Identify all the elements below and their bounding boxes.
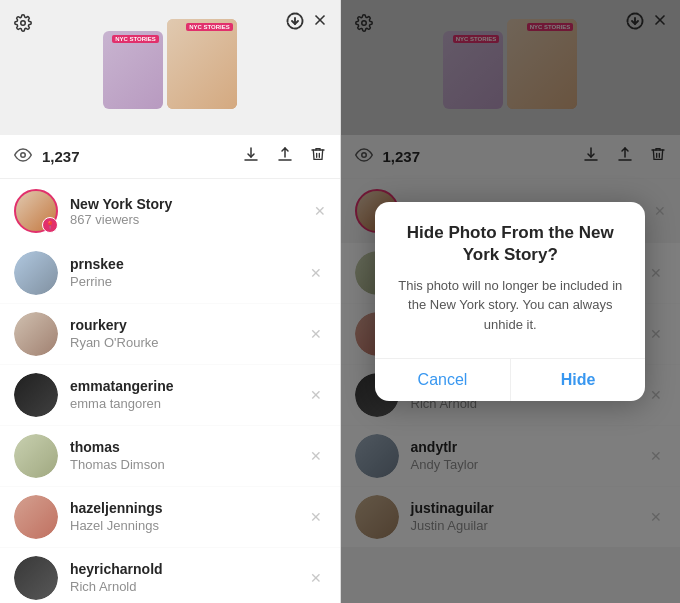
download-action-icon[interactable]: [242, 145, 260, 168]
stats-actions: [242, 145, 326, 168]
trash-action-icon[interactable]: [310, 145, 326, 168]
dialog-content: Hide Photo From the New York Story? This…: [375, 202, 645, 345]
viewer-info: rourkery Ryan O'Rourke: [70, 316, 306, 351]
list-item: prnskee Perrine ✕: [0, 243, 340, 304]
viewer-info: prnskee Perrine: [70, 255, 306, 290]
share-action-icon[interactable]: [276, 145, 294, 168]
viewer-username: heyricharnold: [70, 560, 306, 578]
location-pin-icon: 📍: [42, 217, 58, 233]
list-item: thomas Thomas Dimson ✕: [0, 426, 340, 487]
viewer-username: hazeljennings: [70, 499, 306, 517]
story-badge-main: NYC STORIES: [186, 23, 233, 31]
viewer-info: hazeljennings Hazel Jennings: [70, 499, 306, 534]
dialog-message: This photo will no longer be included in…: [395, 276, 625, 335]
avatar: [14, 312, 58, 356]
left-story-avatar: 📍: [14, 189, 58, 233]
list-item: hazeljennings Hazel Jennings ✕: [0, 487, 340, 548]
dialog-actions: Cancel Hide: [375, 358, 645, 401]
left-story-header: NYC STORIES NYC STORIES: [0, 0, 340, 135]
viewer-username: emmatangerine: [70, 377, 306, 395]
avatar: [14, 495, 58, 539]
viewer-username: prnskee: [70, 255, 306, 273]
story-badge: NYC STORIES: [112, 35, 159, 43]
viewer-close-icon[interactable]: ✕: [306, 566, 326, 590]
hide-button[interactable]: Hide: [511, 359, 646, 401]
left-story-name: New York Story: [70, 196, 314, 212]
viewer-username: thomas: [70, 438, 306, 456]
dialog-overlay: Hide Photo From the New York Story? This…: [341, 0, 681, 603]
view-count: 1,237: [42, 148, 232, 165]
list-item: heyricharnold Rich Arnold ✕: [0, 548, 340, 603]
left-story-item: 📍 New York Story 867 viewers ✕: [0, 179, 340, 243]
story-image-main: NYC STORIES: [167, 19, 237, 109]
left-story-info: New York Story 867 viewers: [70, 196, 314, 227]
viewer-realname: Ryan O'Rourke: [70, 335, 306, 352]
viewer-close-icon[interactable]: ✕: [306, 322, 326, 346]
avatar: [14, 434, 58, 478]
story-images: NYC STORIES NYC STORIES: [103, 19, 237, 117]
avatar: [14, 373, 58, 417]
list-item: rourkery Ryan O'Rourke ✕: [0, 304, 340, 365]
header-download-icon[interactable]: [286, 12, 304, 35]
left-panel: NYC STORIES NYC STORIES: [0, 0, 340, 603]
story-image-side: NYC STORIES: [103, 31, 163, 109]
svg-point-5: [21, 152, 26, 157]
viewer-realname: emma tangoren: [70, 396, 306, 413]
viewer-info: emmatangerine emma tangoren: [70, 377, 306, 412]
right-panel: NYC STORIES NYC STORIES: [341, 0, 681, 603]
dialog-title: Hide Photo From the New York Story?: [395, 222, 625, 266]
gear-icon[interactable]: [14, 14, 32, 37]
viewer-close-icon[interactable]: ✕: [306, 261, 326, 285]
viewer-realname: Hazel Jennings: [70, 518, 306, 535]
list-item: emmatangerine emma tangoren ✕: [0, 365, 340, 426]
viewer-info: thomas Thomas Dimson: [70, 438, 306, 473]
svg-point-0: [21, 21, 26, 26]
avatar: [14, 556, 58, 600]
viewer-realname: Thomas Dimson: [70, 457, 306, 474]
left-viewers-list: prnskee Perrine ✕ rourkery Ryan O'Rourke…: [0, 243, 340, 603]
viewer-realname: Perrine: [70, 274, 306, 291]
eye-icon: [14, 148, 32, 166]
cancel-button[interactable]: Cancel: [375, 359, 511, 401]
left-stats-bar: 1,237: [0, 135, 340, 179]
left-story-close-icon[interactable]: ✕: [314, 203, 326, 219]
avatar: [14, 251, 58, 295]
header-close-icon[interactable]: [312, 12, 328, 33]
viewer-realname: Rich Arnold: [70, 579, 306, 596]
viewer-close-icon[interactable]: ✕: [306, 444, 326, 468]
viewer-close-icon[interactable]: ✕: [306, 383, 326, 407]
viewer-info: heyricharnold Rich Arnold: [70, 560, 306, 595]
viewer-username: rourkery: [70, 316, 306, 334]
left-story-viewers: 867 viewers: [70, 212, 314, 227]
hide-photo-dialog: Hide Photo From the New York Story? This…: [375, 202, 645, 402]
viewer-close-icon[interactable]: ✕: [306, 505, 326, 529]
